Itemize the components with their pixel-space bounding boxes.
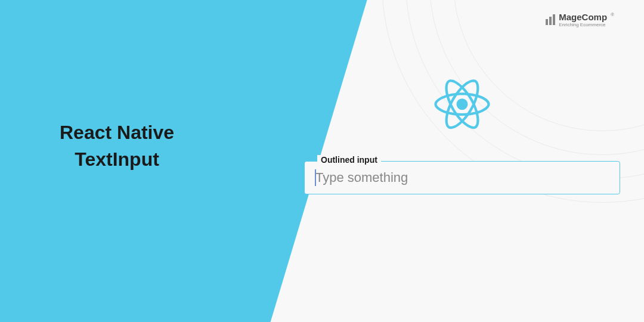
brand-tagline: Enriching Ecommerce: [559, 22, 607, 27]
brand-bars-icon: [546, 14, 555, 25]
react-logo-icon: [414, 60, 510, 149]
trademark-icon: ®: [611, 12, 614, 17]
title-line-1: React Native: [60, 119, 174, 146]
text-cursor-icon: [315, 169, 316, 186]
title-line-2: TextInput: [60, 146, 174, 173]
outlined-text-input[interactable]: [304, 161, 620, 194]
brand-logo: MageComp Enriching Ecommerce ®: [546, 12, 614, 27]
brand-name: MageComp: [559, 12, 607, 22]
input-label: Outlined input: [317, 155, 381, 165]
svg-point-0: [456, 98, 467, 110]
outlined-input-wrapper: Outlined input: [304, 161, 620, 194]
title-block: React Native TextInput: [60, 119, 174, 173]
